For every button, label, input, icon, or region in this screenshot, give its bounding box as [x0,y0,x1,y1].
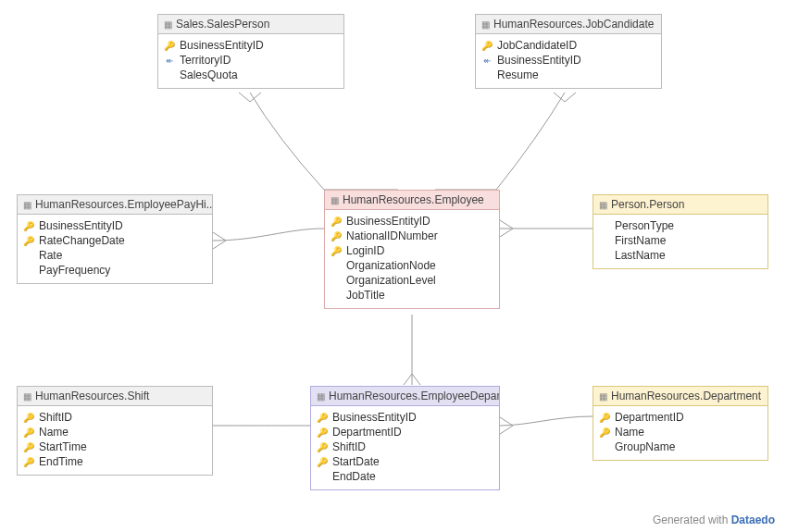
column-row: EndDate [311,469,499,484]
pk-icon: 🔑 [23,413,34,423]
column-row: 🔑ShiftID [311,439,499,454]
entity-hr-employeepayhistory[interactable]: ▦ HumanResources.EmployeePayHi... 🔑Busin… [17,194,213,284]
column-name: EndDate [332,470,376,483]
column-row: 🔑StartTime [18,439,212,454]
column-name: JobCandidateID [497,39,577,52]
pk-icon: 🔑 [23,221,34,231]
column-name: PayFrequency [39,264,110,277]
entity-title: HumanResources.Shift [35,390,149,402]
column-row: Rate [18,248,212,263]
unique-key-icon: 🔑 [23,427,34,438]
column-name: JobTitle [346,289,385,302]
table-icon: ▦ [331,195,339,205]
entity-hr-employeedepartmenthistory[interactable]: ▦ HumanResources.EmployeeDepar... 🔑Busin… [310,386,500,490]
entity-hr-shift[interactable]: ▦ HumanResources.Shift 🔑ShiftID 🔑Name 🔑S… [17,386,213,476]
table-icon: ▦ [23,391,31,402]
entity-header: ▦ Person.Person [593,195,767,215]
table-icon: ▦ [164,19,172,30]
pk-icon: 🔑 [317,442,328,452]
entity-hr-jobcandidate[interactable]: ▦ HumanResources.JobCandidate 🔑JobCandid… [475,14,662,89]
entity-hr-department[interactable]: ▦ HumanResources.Department 🔑DepartmentI… [593,386,768,461]
column-row: 🔑ShiftID [18,410,212,425]
table-icon: ▦ [481,19,490,30]
column-row: ↞TerritoryID [158,53,343,68]
column-name: PersonType [615,219,674,232]
column-row: JobTitle [325,288,499,303]
entity-header: ▦ Sales.SalesPerson [158,15,343,34]
column-name: StartTime [39,440,87,453]
entity-hr-employee[interactable]: ▦ HumanResources.Employee 🔑BusinessEntit… [324,190,500,309]
column-row: ↞BusinessEntityID [476,53,661,68]
column-name: FirstName [615,234,666,247]
column-row: 🔑BusinessEntityID [18,218,212,233]
column-name: OrganizationLevel [346,274,436,287]
column-name: ShiftID [332,440,366,453]
unique-key-icon: 🔑 [331,231,342,241]
column-name: StartDate [332,455,380,468]
pk-icon: 🔑 [599,413,610,423]
table-icon: ▦ [317,391,325,402]
column-row: 🔑BusinessEntityID [158,38,343,53]
entity-person-person[interactable]: ▦ Person.Person PersonType FirstName Las… [593,194,768,269]
column-row: 🔑JobCandidateID [476,38,661,53]
column-name: BusinessEntityID [180,39,264,52]
footer-prefix: Generated with [653,513,731,526]
column-row: 🔑DepartmentID [593,410,767,425]
column-row: 🔑EndTime [18,454,212,469]
column-row: 🔑Name [593,425,767,439]
entity-body: 🔑BusinessEntityID 🔑NationalIDNumber 🔑Log… [325,210,499,308]
column-row: OrganizationLevel [325,273,499,288]
pk-icon: 🔑 [317,427,328,438]
entity-title: HumanResources.EmployeePayHi... [35,198,212,211]
column-row: PayFrequency [18,263,212,278]
entity-header: ▦ HumanResources.Shift [18,387,212,406]
column-name: TerritoryID [180,54,231,67]
entity-body: 🔑DepartmentID 🔑Name GroupName [593,406,767,460]
entity-title: Person.Person [611,198,684,211]
entity-sales-salesperson[interactable]: ▦ Sales.SalesPerson 🔑BusinessEntityID ↞T… [157,14,344,89]
column-row: 🔑BusinessEntityID [325,214,499,229]
fk-icon: ↞ [164,56,175,66]
pk-icon: 🔑 [23,236,34,246]
column-row: 🔑StartDate [311,454,499,469]
pk-icon: 🔑 [317,457,328,467]
column-row: 🔑NationalIDNumber [325,229,499,243]
unique-key-icon: 🔑 [331,246,342,256]
entity-header: ▦ HumanResources.Employee [325,191,499,210]
entity-body: 🔑ShiftID 🔑Name 🔑StartTime 🔑EndTime [18,406,212,475]
column-name: LoginID [346,244,384,257]
pk-icon: 🔑 [164,41,175,51]
footer-brand[interactable]: Dataedo [731,513,775,526]
column-name: RateChangeDate [39,234,125,247]
column-name: LastName [615,249,666,262]
column-name: DepartmentID [332,426,402,439]
entity-header: ▦ HumanResources.Department [593,387,767,406]
entity-title: HumanResources.EmployeeDepar... [329,390,499,402]
entity-title: HumanResources.Employee [343,193,484,206]
column-name: ShiftID [39,411,72,424]
table-icon: ▦ [23,200,31,210]
column-row: 🔑DepartmentID [311,425,499,439]
pk-icon: 🔑 [317,413,328,423]
column-row: SalesQuota [158,68,343,82]
column-row: 🔑LoginID [325,243,499,258]
column-name: OrganizationNode [346,259,436,272]
column-name: GroupName [615,440,675,453]
entity-body: 🔑BusinessEntityID 🔑DepartmentID 🔑ShiftID… [311,406,499,489]
entity-title: HumanResources.JobCandidate [493,18,654,31]
column-name: Name [39,426,69,439]
column-row: 🔑RateChangeDate [18,233,212,248]
fk-icon: ↞ [481,56,493,66]
column-name: BusinessEntityID [39,219,123,232]
pk-icon: 🔑 [481,41,493,51]
table-icon: ▦ [599,200,607,210]
unique-key-icon: 🔑 [23,457,34,467]
column-row: 🔑Name [18,425,212,439]
column-name: BusinessEntityID [346,215,430,228]
column-name: DepartmentID [615,411,684,424]
unique-key-icon: 🔑 [23,442,34,452]
column-name: NationalIDNumber [346,229,438,242]
entity-title: HumanResources.Department [611,390,761,402]
entity-title: Sales.SalesPerson [176,18,269,31]
entity-body: 🔑JobCandidateID ↞BusinessEntityID Resume [476,34,661,88]
